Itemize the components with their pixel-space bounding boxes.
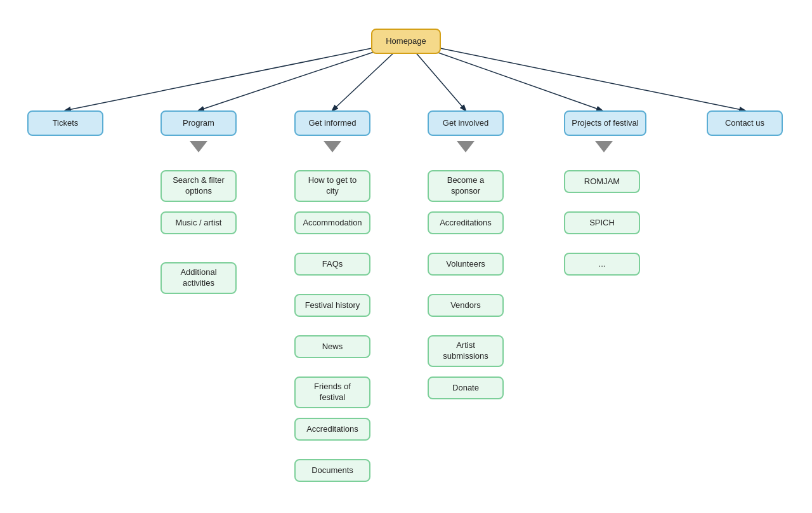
contact-node[interactable]: Contact us bbox=[707, 110, 783, 136]
vendors-node[interactable]: Vendors bbox=[428, 294, 504, 317]
how-to-get-node[interactable]: How to get to city bbox=[294, 170, 370, 202]
svg-line-5 bbox=[406, 41, 745, 110]
arrow-involved bbox=[457, 141, 475, 152]
arrow-informed bbox=[324, 141, 341, 152]
music-artist-node[interactable]: Music / artist bbox=[160, 211, 237, 234]
become-sponsor-node[interactable]: Become a sponsor bbox=[428, 170, 504, 202]
news-node[interactable]: News bbox=[294, 335, 370, 358]
additional-activities-node[interactable]: Additional activities bbox=[160, 262, 237, 294]
tickets-node[interactable]: Tickets bbox=[27, 110, 103, 136]
search-filter-node[interactable]: Search & filter options bbox=[160, 170, 237, 202]
accreditations-informed-node[interactable]: Accreditations bbox=[294, 418, 370, 441]
faqs-node[interactable]: FAQs bbox=[294, 253, 370, 276]
artist-submissions-node[interactable]: Artist submissions bbox=[428, 335, 504, 367]
accommodation-node[interactable]: Accommodation bbox=[294, 211, 370, 234]
documents-node[interactable]: Documents bbox=[294, 459, 370, 482]
connector-lines bbox=[0, 0, 812, 513]
accreditations-involved-node[interactable]: Accreditations bbox=[428, 211, 504, 234]
spich-node[interactable]: SPICH bbox=[564, 211, 640, 234]
festival-history-node[interactable]: Festival history bbox=[294, 294, 370, 317]
svg-line-0 bbox=[65, 41, 406, 110]
sitemap-chart: Homepage Tickets Program Get informed Ge… bbox=[0, 0, 812, 513]
program-node[interactable]: Program bbox=[160, 110, 237, 136]
projects-node[interactable]: Projects of festival bbox=[564, 110, 646, 136]
more-projects-node[interactable]: ... bbox=[564, 253, 640, 276]
arrow-program bbox=[190, 141, 207, 152]
friends-of-festival-node[interactable]: Friends of festival bbox=[294, 376, 370, 408]
homepage-node: Homepage bbox=[371, 29, 441, 54]
romjam-node[interactable]: ROMJAM bbox=[564, 170, 640, 193]
volunteers-node[interactable]: Volunteers bbox=[428, 253, 504, 276]
get-informed-node[interactable]: Get informed bbox=[294, 110, 370, 136]
donate-node[interactable]: Donate bbox=[428, 376, 504, 399]
get-involved-node[interactable]: Get involved bbox=[428, 110, 504, 136]
arrow-projects bbox=[595, 141, 613, 152]
